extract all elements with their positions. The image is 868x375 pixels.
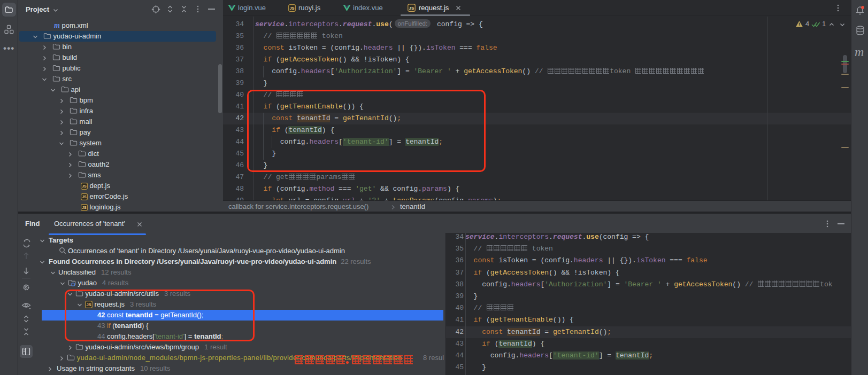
svg-text:JS: JS (409, 6, 414, 11)
svg-text:JS: JS (289, 6, 294, 11)
svg-text:JS: JS (82, 195, 87, 199)
svg-text:JS: JS (82, 206, 87, 209)
svg-text:JS: JS (82, 184, 87, 188)
